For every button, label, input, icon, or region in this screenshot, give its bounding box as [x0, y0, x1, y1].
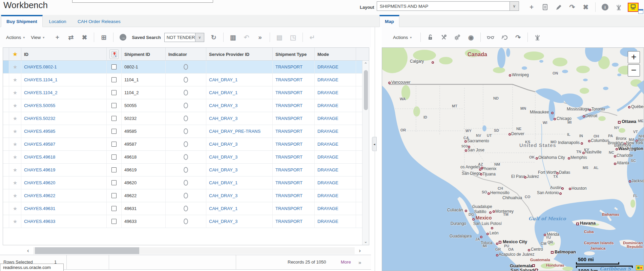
shipment-id-link[interactable]: CHAYES.49619 — [24, 167, 55, 172]
table-row[interactable]: ★CHAYES.4961949619CAH_DRAY_3TRANSPORTDRA… — [3, 164, 362, 176]
row-select-cell[interactable] — [3, 74, 9, 86]
row-checkbox[interactable] — [111, 129, 117, 134]
row-select-cell[interactable] — [3, 86, 9, 99]
table-row[interactable]: ★CHAYES.4963149631CAH_DRAY_1TRANSPORTDRA… — [3, 202, 362, 215]
star-icon[interactable]: ★ — [13, 128, 17, 134]
mode-link[interactable]: DRAYAGE — [317, 167, 338, 172]
favorite-cell[interactable]: ★ — [9, 86, 21, 99]
favorite-cell[interactable]: ★ — [9, 99, 21, 112]
service-provider-link[interactable]: CAH_DRAY_1 — [209, 77, 237, 82]
mode-link[interactable]: DRAYAGE — [317, 103, 338, 108]
col-header-shipment-type[interactable]: Shipment Type — [273, 48, 315, 61]
row-checkbox[interactable] — [111, 142, 117, 147]
row-checkbox[interactable] — [111, 90, 117, 95]
table-row[interactable]: ★CHAYES.4962049620CAH_DRAY_1TRANSPORTDRA… — [3, 176, 362, 189]
favorite-cell[interactable]: ★ — [9, 125, 21, 138]
row-checkbox[interactable] — [111, 206, 117, 211]
view-menu[interactable]: View — [31, 35, 41, 40]
service-provider-link[interactable]: CAH_DRAY_3 — [209, 219, 237, 224]
shipment-type-link[interactable]: TRANSPORT — [275, 142, 303, 147]
tab-map[interactable]: Map — [379, 15, 399, 27]
row-select-cell[interactable] — [3, 112, 9, 125]
shipment-type-link[interactable]: TRANSPORT — [275, 167, 303, 172]
shipment-id-link[interactable]: CHAYES.50232 — [24, 116, 55, 121]
row-select-cell[interactable] — [3, 125, 9, 138]
col-header-shipment-id[interactable]: Shipment ID — [122, 48, 166, 61]
shipment-type-link[interactable]: TRANSPORT — [275, 90, 303, 95]
favorite-cell[interactable]: ★ — [9, 138, 21, 150]
row-select-cell[interactable] — [3, 151, 9, 163]
favorite-cell[interactable]: ★ — [9, 215, 21, 228]
horizontal-scrollbar-thumb[interactable] — [35, 247, 139, 254]
favorite-cell[interactable]: ★ — [9, 164, 21, 176]
favorite-cell[interactable]: ★ — [9, 176, 21, 189]
tender-merge-icon[interactable] — [615, 3, 622, 12]
shipment-id-link[interactable]: CHAYES.49620 — [24, 180, 55, 185]
col-header-service-provider-id[interactable]: Service Provider ID — [206, 48, 273, 61]
table-row[interactable]: ★CHAYES.4958549585CAH_DRAY_PRE-TRANSTRAN… — [3, 125, 362, 138]
zoom-out-button[interactable]: − — [628, 64, 640, 77]
star-icon[interactable]: ★ — [13, 154, 17, 160]
service-provider-link[interactable]: CAH_DRAY_1 — [209, 180, 237, 185]
table-row[interactable]: ★CHAYES.5005550055CAH_DRAY_3TRANSPORTDRA… — [3, 99, 362, 112]
vertical-scrollbar-thumb[interactable] — [364, 70, 368, 110]
favorite-cell[interactable]: ★ — [9, 61, 21, 73]
scroll-left-icon[interactable]: ‹ — [27, 247, 29, 255]
tab-buy-shipment[interactable]: Buy Shipment — [1, 15, 43, 27]
scroll-right-icon[interactable]: › — [359, 247, 361, 255]
edit-pencil-icon[interactable] — [555, 3, 562, 12]
scroll-up-icon[interactable]: ⌃ — [362, 62, 369, 67]
shipment-type-link[interactable]: TRANSPORT — [275, 193, 303, 198]
tab-cah-order-releases[interactable]: CAH Order Releases — [72, 15, 126, 27]
add-icon[interactable]: + — [528, 3, 535, 12]
layout-select[interactable]: SHIPMENTS AND MAP ∨ — [377, 1, 519, 11]
row-select-cell[interactable] — [3, 215, 9, 228]
mini-window-icon[interactable] — [638, 9, 643, 14]
shipment-id-link[interactable]: CHAYES.1104_1 — [24, 77, 58, 82]
shipment-type-link[interactable]: TRANSPORT — [275, 116, 303, 121]
mode-link[interactable]: DRAYAGE — [317, 180, 338, 185]
more-records-link[interactable]: More — [341, 259, 351, 265]
row-select-cell[interactable] — [3, 138, 9, 150]
go-icon[interactable]: → — [120, 34, 126, 41]
info-icon[interactable]: i — [601, 3, 609, 12]
copy-document-icon[interactable] — [541, 3, 549, 12]
star-icon[interactable]: ★ — [13, 141, 17, 147]
shipment-type-link[interactable]: TRANSPORT — [275, 64, 303, 69]
table-row[interactable]: ★CHAYES.4963349633CAH_DRAY_3TRANSPORTDRA… — [3, 215, 362, 228]
row-checkbox[interactable] — [111, 154, 117, 160]
favorite-star-header[interactable]: ★ — [9, 48, 21, 61]
favorite-cell[interactable]: ★ — [9, 112, 21, 125]
tab-location[interactable]: Location — [44, 15, 71, 27]
settings-gears-icon[interactable] — [454, 34, 461, 40]
shipment-type-link[interactable]: TRANSPORT — [275, 103, 303, 108]
service-provider-link[interactable]: CAH_DRAY_3 — [209, 154, 237, 160]
mode-link[interactable]: DRAYAGE — [317, 219, 338, 224]
map-pin-column-header[interactable] — [107, 48, 122, 61]
table-row[interactable]: ★CHAYES.4958749587CAH_DRAY_3TRANSPORTDRA… — [3, 138, 362, 151]
swap-columns-icon[interactable]: ⇄ — [67, 34, 74, 41]
star-icon[interactable]: ★ — [13, 103, 17, 109]
shipment-type-link[interactable]: TRANSPORT — [275, 129, 303, 134]
star-icon[interactable]: ★ — [13, 193, 17, 199]
table-grid-icon[interactable]: ⊞ — [100, 34, 107, 41]
star-icon[interactable]: ★ — [13, 167, 17, 173]
row-select-cell[interactable] — [3, 164, 9, 176]
service-provider-link[interactable]: CAH_DRAY_3 — [209, 193, 237, 198]
mode-link[interactable]: DRAYAGE — [317, 154, 338, 160]
add-icon[interactable]: + — [54, 34, 61, 41]
mode-link[interactable]: DRAYAGE — [317, 193, 338, 198]
favorite-cell[interactable]: ★ — [9, 151, 21, 163]
row-checkbox[interactable] — [111, 180, 117, 185]
mode-link[interactable]: DRAYAGE — [317, 129, 338, 134]
global-search-input[interactable] — [72, 0, 213, 3]
delete-x-icon[interactable]: ✖ — [81, 34, 88, 41]
redo-icon[interactable]: ↷ — [568, 3, 576, 12]
compare-icon[interactable]: ▥ — [230, 34, 236, 41]
row-checkbox[interactable] — [111, 219, 117, 224]
star-icon[interactable]: ★ — [13, 77, 17, 83]
shipment-type-link[interactable]: TRANSPORT — [275, 154, 303, 160]
shipment-type-link[interactable]: TRANSPORT — [275, 77, 303, 82]
collapse-panel-handle[interactable]: ◂ — [372, 137, 377, 151]
service-provider-link[interactable]: CAH_DRAY_3 — [209, 116, 237, 121]
